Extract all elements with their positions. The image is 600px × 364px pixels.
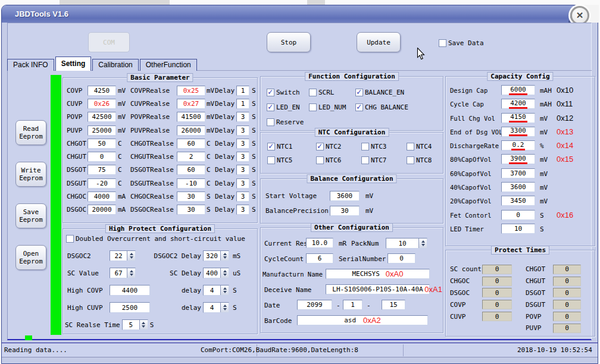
eeprom-button[interactable]: Write Eeprom xyxy=(15,162,46,187)
eeprom-button[interactable]: Open Eeprom xyxy=(15,245,46,270)
spinner-buttons[interactable] xyxy=(139,320,148,330)
tab[interactable]: OtherFunction xyxy=(140,59,197,71)
spinner-buttons[interactable] xyxy=(418,239,427,248)
delay-input[interactable]: 3 xyxy=(236,192,249,202)
delay-input[interactable]: 3 xyxy=(236,165,249,175)
value-input[interactable]: 0.2 xyxy=(501,140,535,150)
value-input[interactable]: 0x26 xyxy=(88,99,116,109)
value-input[interactable]: 4150 xyxy=(501,113,535,123)
release-input[interactable]: 41500 xyxy=(177,112,205,122)
serial-number-input[interactable]: 0 xyxy=(388,253,415,263)
manufacturer-input[interactable]: MECHSYS 0xA0 xyxy=(326,269,430,279)
cycle-count-input[interactable]: 6 xyxy=(306,253,333,263)
tab[interactable]: Calibration xyxy=(92,59,138,71)
barcode-input[interactable]: asd 0xA2 xyxy=(297,315,428,325)
spinner-buttons[interactable] xyxy=(127,268,135,278)
checkbox[interactable] xyxy=(267,118,274,126)
delay-input[interactable]: 3 xyxy=(236,139,249,149)
spinner-buttons[interactable] xyxy=(127,251,135,261)
spinner-buttons[interactable] xyxy=(220,268,229,278)
checkbox[interactable] xyxy=(355,103,363,111)
checkbox[interactable] xyxy=(407,156,414,164)
checkbox[interactable] xyxy=(355,89,363,96)
tab[interactable]: Pack INFO xyxy=(7,59,54,71)
checkbox[interactable] xyxy=(309,89,317,96)
delay-input[interactable]: 3 xyxy=(236,152,249,162)
value-input[interactable]: 4200 xyxy=(501,99,535,109)
delay-input[interactable]: 3 xyxy=(236,178,249,189)
value-input[interactable]: -20 xyxy=(88,178,116,189)
checkbox[interactable] xyxy=(316,156,324,164)
release-input[interactable]: -10 xyxy=(177,178,205,189)
eeprom-button[interactable]: Read Eeprom xyxy=(15,120,46,145)
value-spinner[interactable]: 4400 xyxy=(110,285,150,296)
spinner-buttons[interactable] xyxy=(220,285,229,295)
checkbox[interactable] xyxy=(361,143,369,150)
update-button[interactable]: Update xyxy=(357,32,401,52)
pack-num-spinner[interactable]: 10 xyxy=(386,238,427,249)
value-input[interactable]: 10 xyxy=(501,224,535,234)
value-input[interactable]: 25000 xyxy=(88,125,116,136)
value-input[interactable]: 6000 xyxy=(501,85,535,95)
checkbox[interactable] xyxy=(267,143,275,150)
current-res-input[interactable]: 10.0 xyxy=(306,238,333,248)
delay-input[interactable]: 1 xyxy=(236,86,249,96)
release-input[interactable]: 30 xyxy=(177,205,205,215)
value-input[interactable]: 30 xyxy=(330,206,360,216)
doubled-overcurrent-checkbox[interactable] xyxy=(66,235,74,243)
delay-input[interactable]: 1 xyxy=(236,99,249,109)
value-input[interactable]: 50 xyxy=(88,139,116,149)
release-input[interactable]: 0x25 xyxy=(177,86,205,96)
value-input[interactable]: 3300 xyxy=(501,127,535,137)
date-day-input[interactable]: 15 xyxy=(382,300,405,310)
checkbox[interactable] xyxy=(267,156,275,164)
value-input[interactable]: 75 xyxy=(88,165,116,175)
sc-release-spinner[interactable]: 5 xyxy=(122,319,148,330)
date-year-input[interactable]: 2099 xyxy=(297,300,332,310)
value-input[interactable]: 20000 xyxy=(88,205,116,215)
checkbox[interactable] xyxy=(267,103,274,111)
title-bar[interactable]: JBDTools V1.6 xyxy=(2,5,598,23)
value-spinner[interactable]: 320 xyxy=(203,250,229,261)
release-input[interactable]: 26000 xyxy=(177,125,205,136)
value-input[interactable]: 42500 xyxy=(88,112,116,122)
release-input[interactable]: 60 xyxy=(177,139,205,149)
checkbox[interactable] xyxy=(407,143,414,150)
delay-input[interactable]: 3 xyxy=(236,205,249,215)
release-input[interactable]: 2 xyxy=(177,152,205,162)
release-input[interactable]: 0x27 xyxy=(177,99,205,109)
value-input[interactable]: 3700 xyxy=(501,168,535,178)
value-spinner[interactable]: 4 xyxy=(203,285,229,296)
spinner-buttons[interactable] xyxy=(220,251,229,261)
value-input[interactable]: 3600 xyxy=(330,191,360,201)
value-input[interactable]: 3450 xyxy=(501,196,535,206)
device-name-input[interactable]: LH-S10S006-P10S-10A-40A 0xA1 xyxy=(326,284,430,294)
value-spinner[interactable]: 22 xyxy=(110,250,136,261)
tab[interactable]: Setting xyxy=(55,57,92,71)
value-spinner[interactable]: 2500 xyxy=(110,302,150,313)
release-input[interactable]: 60 xyxy=(177,165,205,175)
value-spinner[interactable]: 67 xyxy=(110,268,136,278)
value-input[interactable]: 3600 xyxy=(501,182,535,192)
delay-input[interactable]: 3 xyxy=(236,112,249,122)
checkbox[interactable] xyxy=(361,156,369,164)
value-spinner[interactable]: 400 xyxy=(203,268,229,278)
checkbox[interactable] xyxy=(267,89,274,96)
save-data-checkbox[interactable] xyxy=(439,39,446,47)
delay-input[interactable]: 3 xyxy=(236,125,249,136)
value-input[interactable]: 0 xyxy=(501,210,535,220)
eeprom-button[interactable]: Save Eeprom xyxy=(15,203,46,228)
value-spinner[interactable]: 4 xyxy=(203,302,229,313)
value-input[interactable]: 4250 xyxy=(88,86,116,96)
release-input[interactable]: 30 xyxy=(177,192,205,202)
spinner-buttons[interactable] xyxy=(220,303,229,312)
value-input[interactable]: 4000 xyxy=(88,192,116,202)
checkbox[interactable] xyxy=(316,143,324,150)
stop-button[interactable]: Stop xyxy=(267,32,311,52)
com-button[interactable]: COM xyxy=(88,32,130,52)
checkbox[interactable] xyxy=(309,103,317,111)
value-input[interactable]: 0 xyxy=(88,152,116,162)
date-month-input[interactable]: 1 xyxy=(343,300,362,310)
value-input[interactable]: 3900 xyxy=(501,154,535,164)
high-protect-row: High CUVP 2500 mV delay 4 S xyxy=(63,300,257,317)
